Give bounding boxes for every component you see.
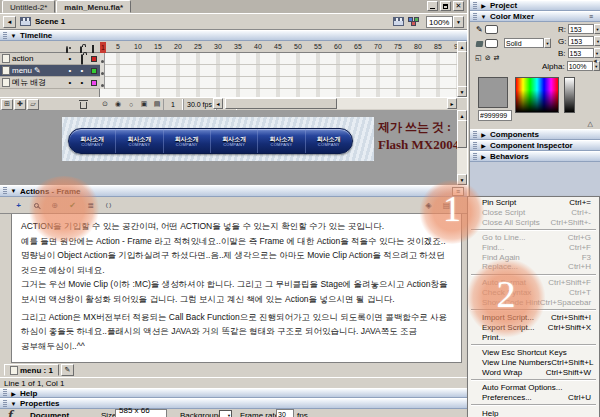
layer-row[interactable]: action•: [0, 53, 100, 65]
modify-onion-markers-button[interactable]: ▤: [151, 99, 163, 110]
menu-item[interactable]: Close ScriptCtrl+-: [469, 208, 598, 218]
behaviors-panel-header[interactable]: ▶ Behaviors: [470, 151, 600, 162]
chevron-down-icon[interactable]: ▼: [453, 16, 464, 28]
layer-outline-color-swatch[interactable]: [91, 68, 97, 74]
menu-item[interactable]: Auto FormatCtrl+Shift+F: [469, 278, 598, 288]
fill-style-select[interactable]: Solid ▼: [504, 38, 551, 48]
stage-menu-button[interactable]: 회사소개COMPANY: [163, 129, 210, 153]
scroll-left-icon[interactable]: ◄: [213, 98, 223, 109]
pin-script-tab-button[interactable]: ✎: [61, 364, 74, 376]
menu-item[interactable]: Find...Ctrl+F: [469, 243, 598, 253]
edit-multiple-frames-button[interactable]: ▣: [138, 99, 150, 110]
components-panel-header[interactable]: ▶ Components: [470, 129, 600, 140]
disclosure-triangle-icon[interactable]: ▶: [480, 153, 487, 160]
disclosure-triangle-icon[interactable]: ▼: [10, 401, 17, 407]
g-input[interactable]: [568, 36, 594, 46]
menu-item[interactable]: Import Script...Ctrl+Shift+I: [469, 313, 598, 323]
stroke-color-tool[interactable]: ✎: [476, 25, 498, 34]
scroll-right-icon[interactable]: ►: [447, 98, 457, 109]
disclosure-triangle-icon[interactable]: ▶: [480, 2, 487, 9]
menu-item[interactable]: Export Script...Ctrl+Shift+X: [469, 323, 598, 333]
slider-arrow-icon[interactable]: ◄: [592, 58, 598, 64]
script-pane[interactable]: ACTION을 기입할 수 있는 공간이며, 어떤 ACTION을 넣을 수 있…: [11, 214, 462, 363]
find-button[interactable]: [30, 199, 43, 211]
back-button[interactable]: ◂: [3, 16, 16, 28]
layer-outline-color-swatch[interactable]: [91, 56, 97, 62]
add-action-button[interactable]: +: [12, 199, 25, 211]
actions-panel-header[interactable]: ▼ Actions - Frame ≡: [0, 185, 467, 197]
layer-visibility-toggle[interactable]: •: [66, 67, 74, 75]
eye-icon[interactable]: [66, 43, 68, 51]
b-input[interactable]: [568, 48, 594, 58]
color-mixer-panel-header[interactable]: ▼ Color Mixer ≡: [470, 11, 600, 22]
insert-layer-folder-button[interactable]: ▱: [27, 99, 39, 110]
layer-visibility-toggle[interactable]: •: [66, 55, 74, 63]
debug-options-button[interactable]: ◈: [422, 199, 435, 211]
onion-skin-button[interactable]: ◉: [112, 99, 124, 110]
frame-rate-display[interactable]: 30.0 fps: [183, 99, 216, 110]
delete-layer-button[interactable]: [77, 99, 89, 110]
onion-skin-outlines-button[interactable]: ○: [125, 99, 137, 110]
disclosure-triangle-icon[interactable]: ▶: [480, 131, 487, 138]
fill-color-tool[interactable]: [476, 39, 498, 48]
stage-menu-button[interactable]: 회사소개COMPANY: [69, 129, 115, 153]
frame-ruler[interactable]: 51015202530354045505560657075808590: [100, 41, 457, 53]
no-color-icon[interactable]: ⊘: [485, 54, 491, 62]
menu-item[interactable]: View Line NumbersCtrl+Shift+L: [469, 358, 598, 368]
background-color-swatch[interactable]: ▼: [219, 410, 232, 417]
layer-row[interactable]: menu✎••: [0, 65, 100, 77]
layer-lock-toggle[interactable]: [78, 55, 86, 63]
script-tab[interactable]: menu : 1: [4, 364, 59, 376]
menu-item[interactable]: Go to Line...Ctrl+G: [469, 233, 598, 243]
fill-color-swatch[interactable]: [485, 39, 498, 48]
menu-item[interactable]: Word WrapCtrl+Shift+W: [469, 367, 598, 377]
restore-icon[interactable]: [440, 1, 451, 11]
disclosure-triangle-icon[interactable]: ▶: [480, 142, 487, 149]
component-inspector-panel-header[interactable]: ▶ Component Inspector: [470, 140, 600, 151]
stage-vertical-scrollbar[interactable]: ▲ ▼: [457, 110, 467, 185]
layer-lock-toggle[interactable]: •: [78, 67, 86, 75]
edit-symbols-icon[interactable]: [408, 17, 420, 27]
add-motion-guide-button[interactable]: ✚: [14, 99, 26, 110]
playhead[interactable]: 1: [100, 42, 106, 53]
show-code-hint-button[interactable]: ( ): [102, 199, 115, 211]
spinner-icon[interactable]: ▼: [594, 48, 600, 58]
frame-rate-input[interactable]: [276, 409, 294, 417]
insert-layer-button[interactable]: ⊞: [1, 99, 13, 110]
menu-item[interactable]: Help: [469, 408, 598, 417]
hex-color-input[interactable]: [478, 110, 512, 121]
center-frame-button[interactable]: ⊙: [99, 99, 111, 110]
document-tab-untitled[interactable]: Untitled-2*: [2, 0, 55, 13]
stage-work-area[interactable]: 회사소개COMPANY회사소개COMPANY회사소개COMPANY회사소개COM…: [0, 110, 467, 185]
frame-1-column[interactable]: [100, 53, 105, 89]
menu-item[interactable]: Find AgainF3: [469, 252, 598, 262]
collapse-arrow-icon[interactable]: △: [588, 120, 593, 128]
default-colors-icon[interactable]: ◱: [475, 54, 482, 62]
edit-scene-icon[interactable]: [393, 17, 404, 26]
disclosure-triangle-icon[interactable]: ▼: [10, 33, 17, 39]
panel-options-menu-button[interactable]: ≡: [585, 12, 597, 21]
disclosure-triangle-icon[interactable]: ▼: [480, 14, 487, 20]
layer-row[interactable]: 메뉴 배경••: [0, 77, 100, 89]
r-input[interactable]: [568, 24, 594, 34]
menu-item[interactable]: Print...: [469, 332, 598, 342]
layer-visibility-toggle[interactable]: •: [66, 79, 74, 87]
document-size-button[interactable]: 585 x 66 pixels: [115, 409, 167, 417]
timeline-panel-header[interactable]: ▼ Timeline: [0, 30, 467, 41]
scroll-down-icon[interactable]: ▼: [457, 174, 467, 185]
menu-item[interactable]: Check SyntaxCtrl+T: [469, 288, 598, 298]
chevron-down-icon[interactable]: ▼: [544, 38, 551, 48]
lock-icon[interactable]: [80, 43, 82, 51]
menu-item[interactable]: Close All ScriptsCtrl+Shift+-: [469, 217, 598, 227]
layer-lock-toggle[interactable]: •: [78, 79, 86, 87]
document-tab-main-menu[interactable]: main_Menu.fla*: [56, 0, 131, 13]
view-options-button[interactable]: ▤: [440, 199, 453, 211]
spinner-icon[interactable]: ▼: [594, 36, 600, 46]
menu-item[interactable]: Replace...Ctrl+H: [469, 262, 598, 272]
project-panel-header[interactable]: ▶ Project: [470, 0, 600, 11]
menu-item[interactable]: Auto Format Options...: [469, 383, 598, 393]
timeline-horizontal-scrollbar[interactable]: ◄ ►: [213, 98, 457, 109]
frames-grid[interactable]: [100, 53, 457, 97]
panel-options-menu-button[interactable]: ≡: [452, 187, 464, 196]
disclosure-triangle-icon[interactable]: ▼: [10, 188, 17, 194]
